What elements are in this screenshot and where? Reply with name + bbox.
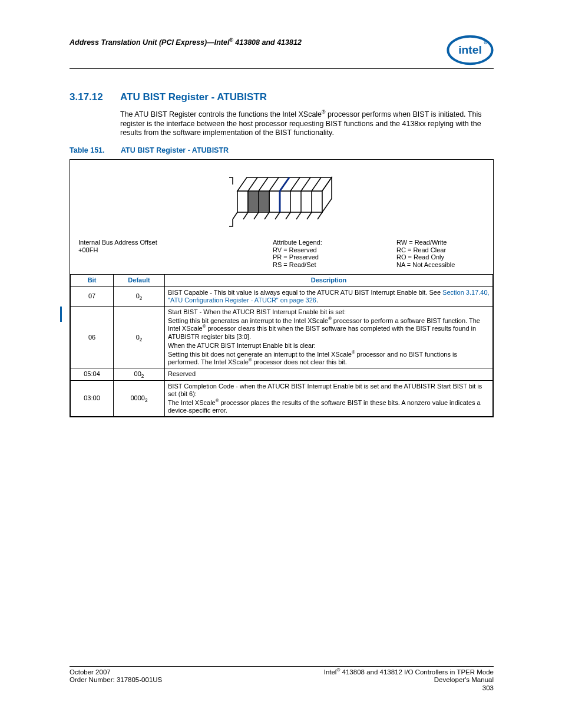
register-figure: Internal Bus Address Offset +00FH Attrib…	[70, 159, 494, 417]
svg-text:intel: intel	[458, 44, 481, 56]
bit-diagram	[226, 170, 338, 235]
section-body: The ATU BIST Register controls the funct…	[120, 110, 494, 138]
bit-cell: 06	[71, 307, 114, 368]
change-bar	[60, 307, 62, 322]
running-title: Address Translation Unit (PCI Express)—I…	[70, 38, 302, 64]
table-row: 06 02 Start BIST - When the ATUCR BIST I…	[71, 307, 493, 368]
desc-cell: BIST Completion Code - when the ATUCR BI…	[165, 380, 493, 417]
col-desc: Description	[165, 275, 493, 286]
section-title: ATU BIST Register - ATUBISTR	[120, 91, 267, 103]
section-heading: 3.17.12 ATU BIST Register - ATUBISTR	[70, 91, 494, 103]
svg-rect-14	[259, 191, 269, 212]
default-cell: 00002	[114, 380, 165, 417]
page-header: Address Translation Unit (PCI Express)—I…	[70, 35, 494, 69]
legend-rv: RV = Reserved	[273, 246, 396, 254]
offset-block: Internal Bus Address Offset +00FH	[78, 239, 273, 269]
col-default: Default	[114, 275, 165, 286]
col-bit: Bit	[71, 275, 114, 286]
page-footer: October 2007 Order Number: 317805-001US …	[70, 666, 494, 693]
default-cell: 002	[114, 368, 165, 380]
footer-right: Intel® 413808 and 413812 I/O Controllers…	[324, 668, 494, 693]
bit-cell: 03:00	[71, 380, 114, 417]
footer-date: October 2007	[70, 668, 162, 677]
footer-product: Intel® 413808 and 413812 I/O Controllers…	[324, 668, 494, 677]
register-table: Bit Default Description 07 02 BIST Capab…	[70, 274, 493, 417]
svg-line-30	[243, 212, 248, 219]
table-caption: Table 151. ATU BIST Register - ATUBISTR	[70, 146, 494, 154]
svg-line-35	[296, 212, 301, 219]
table-row: 03:00 00002 BIST Completion Code - when …	[71, 380, 493, 417]
table-label: Table 151.	[70, 146, 119, 154]
legend-na: NA = Not Accessible	[396, 261, 485, 269]
legend-title: Attribute Legend:	[273, 239, 396, 246]
svg-rect-13	[248, 191, 259, 212]
legend-pr: PR = Preserved	[273, 253, 396, 261]
section-number: 3.17.12	[70, 91, 120, 103]
legend-ro: RO = Read Only	[396, 253, 485, 261]
page-number: 303	[324, 684, 494, 693]
table-row: 05:04 002 Reserved	[71, 368, 493, 380]
bit-cell: 07	[71, 286, 114, 306]
legend-middle: Attribute Legend: RV = Reserved PR = Pre…	[273, 239, 396, 269]
svg-line-37	[318, 212, 322, 219]
bit-cell: 05:04	[71, 368, 114, 380]
desc-cell: Reserved	[165, 368, 493, 380]
footer-order: Order Number: 317805-001US	[70, 676, 162, 684]
footer-doc: Developer's Manual	[324, 676, 494, 684]
svg-line-33	[275, 212, 280, 219]
offset-label: Internal Bus Address Offset	[78, 239, 273, 246]
svg-line-31	[254, 212, 259, 219]
offset-value: +00FH	[78, 246, 273, 254]
svg-line-34	[286, 212, 290, 219]
legend-rs: RS = Read/Set	[273, 261, 396, 269]
footer-left: October 2007 Order Number: 317805-001US	[70, 668, 162, 693]
svg-line-36	[307, 212, 312, 219]
table-row: 07 02 BIST Capable - This bit value is a…	[71, 286, 493, 306]
svg-line-32	[265, 212, 269, 219]
table-title: ATU BIST Register - ATUBISTR	[121, 146, 229, 154]
legend-rc: RC = Read Clear	[396, 246, 485, 254]
svg-text:R: R	[485, 42, 487, 44]
svg-line-29	[233, 212, 237, 219]
legend-rw: RW = Read/Write	[396, 239, 485, 246]
intel-logo: intel R	[447, 34, 494, 66]
default-cell: 02	[114, 307, 165, 368]
desc-cell: BIST Capable - This bit value is always …	[165, 286, 493, 306]
default-cell: 02	[114, 286, 165, 306]
legend-right: RW = Read/Write RC = Read Clear RO = Rea…	[396, 239, 485, 269]
desc-cell: Start BIST - When the ATUCR BIST Interru…	[165, 307, 493, 368]
